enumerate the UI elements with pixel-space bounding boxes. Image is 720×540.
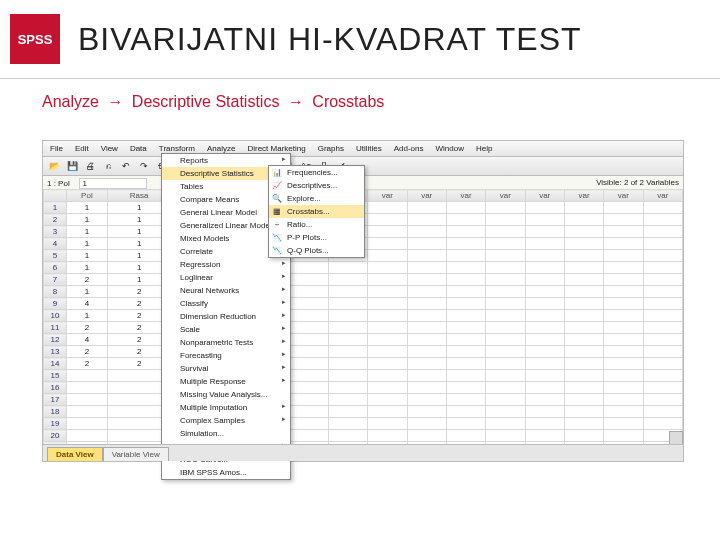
cell[interactable] — [643, 214, 682, 226]
cell[interactable] — [604, 346, 643, 358]
cell[interactable] — [564, 430, 603, 442]
descriptive-item-crosstabs[interactable]: ▦Crosstabs... — [269, 205, 364, 218]
cell[interactable]: 2 — [67, 358, 108, 370]
cell[interactable] — [368, 322, 407, 334]
cell[interactable] — [643, 298, 682, 310]
cell[interactable] — [643, 250, 682, 262]
cell[interactable] — [407, 334, 446, 346]
cell[interactable] — [604, 406, 643, 418]
cell[interactable] — [368, 202, 407, 214]
menu-add-ons[interactable]: Add-ons — [391, 143, 427, 154]
cell[interactable]: 1 — [67, 214, 108, 226]
print-icon[interactable]: 🖨 — [83, 159, 97, 173]
cell[interactable] — [564, 214, 603, 226]
cell[interactable] — [289, 406, 328, 418]
cell[interactable] — [604, 370, 643, 382]
cell[interactable] — [407, 250, 446, 262]
cell[interactable] — [564, 346, 603, 358]
cell[interactable] — [525, 382, 564, 394]
cell[interactable] — [328, 310, 367, 322]
cell[interactable] — [289, 262, 328, 274]
cell[interactable] — [368, 334, 407, 346]
cell[interactable] — [525, 430, 564, 442]
cell[interactable] — [289, 346, 328, 358]
cell[interactable] — [407, 262, 446, 274]
cell[interactable] — [486, 346, 525, 358]
row-header[interactable]: 1 — [44, 202, 67, 214]
cell[interactable] — [525, 214, 564, 226]
cell[interactable] — [446, 214, 485, 226]
analyze-item-multiple-response[interactable]: Multiple Response — [162, 375, 290, 388]
cell[interactable]: 2 — [67, 346, 108, 358]
cell[interactable] — [368, 394, 407, 406]
row-header[interactable]: 16 — [44, 382, 67, 394]
cell[interactable] — [525, 394, 564, 406]
cell[interactable] — [643, 310, 682, 322]
cell[interactable] — [643, 274, 682, 286]
analyze-item-classify[interactable]: Classify — [162, 297, 290, 310]
tab-data-view[interactable]: Data View — [47, 447, 103, 461]
cell[interactable] — [604, 274, 643, 286]
analyze-item-loglinear[interactable]: Loglinear — [162, 271, 290, 284]
cell[interactable] — [289, 334, 328, 346]
analyze-item-neural-networks[interactable]: Neural Networks — [162, 284, 290, 297]
cell[interactable] — [368, 346, 407, 358]
cell[interactable] — [604, 382, 643, 394]
cell[interactable] — [368, 298, 407, 310]
cell[interactable] — [328, 382, 367, 394]
cell[interactable] — [289, 370, 328, 382]
cell[interactable] — [564, 310, 603, 322]
cell[interactable] — [407, 346, 446, 358]
cell[interactable] — [407, 382, 446, 394]
cell[interactable] — [604, 310, 643, 322]
cell[interactable] — [486, 310, 525, 322]
cell[interactable] — [486, 238, 525, 250]
descriptive-item-descriptives[interactable]: 📈Descriptives... — [269, 179, 364, 192]
cell[interactable] — [643, 226, 682, 238]
cell[interactable] — [604, 238, 643, 250]
cell[interactable] — [525, 274, 564, 286]
cell[interactable] — [564, 322, 603, 334]
cell[interactable]: 1 — [67, 286, 108, 298]
cell[interactable] — [643, 334, 682, 346]
descriptive-statistics-submenu[interactable]: 📊Frequencies...📈Descriptives...🔍Explore.… — [268, 165, 365, 258]
cell[interactable] — [67, 406, 108, 418]
cell[interactable] — [525, 226, 564, 238]
cell[interactable] — [67, 394, 108, 406]
cell[interactable] — [643, 382, 682, 394]
cell[interactable] — [328, 406, 367, 418]
cell[interactable] — [446, 370, 485, 382]
analyze-item-multiple-imputation[interactable]: Multiple Imputation — [162, 401, 290, 414]
row-header[interactable]: 7 — [44, 274, 67, 286]
menu-data[interactable]: Data — [127, 143, 150, 154]
cell[interactable] — [328, 262, 367, 274]
analyze-item-survival[interactable]: Survival — [162, 362, 290, 375]
cell[interactable] — [407, 322, 446, 334]
cell[interactable] — [564, 286, 603, 298]
descriptive-item-p-p-plots[interactable]: 📉P-P Plots... — [269, 231, 364, 244]
cell[interactable] — [407, 214, 446, 226]
cell[interactable] — [289, 358, 328, 370]
cell[interactable] — [525, 418, 564, 430]
cell[interactable] — [328, 358, 367, 370]
analyze-item-nonparametric-tests[interactable]: Nonparametric Tests — [162, 336, 290, 349]
cell[interactable] — [486, 250, 525, 262]
cell[interactable] — [564, 202, 603, 214]
cell[interactable] — [525, 406, 564, 418]
cell[interactable] — [368, 286, 407, 298]
column-header[interactable]: var — [368, 190, 407, 202]
cell[interactable] — [486, 334, 525, 346]
analyze-item-missing-value-analysis[interactable]: Missing Value Analysis... — [162, 388, 290, 401]
row-header[interactable]: 18 — [44, 406, 67, 418]
cell[interactable] — [407, 238, 446, 250]
cell[interactable] — [486, 286, 525, 298]
column-header[interactable]: var — [446, 190, 485, 202]
cell[interactable]: 4 — [67, 298, 108, 310]
cell[interactable] — [525, 202, 564, 214]
menu-utilities[interactable]: Utilities — [353, 143, 385, 154]
row-header[interactable]: 11 — [44, 322, 67, 334]
cell[interactable] — [525, 322, 564, 334]
row-header[interactable]: 6 — [44, 262, 67, 274]
undo-icon[interactable]: ↶ — [119, 159, 133, 173]
cell[interactable]: 1 — [67, 262, 108, 274]
